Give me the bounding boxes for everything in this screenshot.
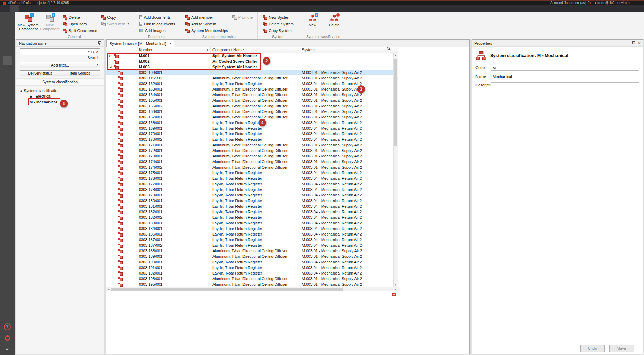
- products-module-icon[interactable]: [3, 43, 12, 52]
- Lay-In, T-bar Return Register[interactable]: 0303.178/001 Lay-In, T-bar Return Regist…: [106, 187, 393, 192]
- Aluminum, T-bar, Directional Ceiling Diffuser[interactable]: 0303.171/001 Aluminum, T-bar, Directiona…: [106, 142, 393, 148]
- delete-button[interactable]: Delete: [63, 15, 97, 20]
- Lay-In, T-bar Return Register[interactable]: 0303.162/001 Lay-In, T-bar Return Regist…: [106, 81, 393, 86]
- link-to-documents-button[interactable]: Link to documents: [139, 21, 175, 26]
- Lay-In, T-bar Return Register[interactable]: 0303.183/001 Lay-In, T-bar Return Regist…: [106, 220, 393, 226]
- Lay-In, T-bar Return Register[interactable]: 0303.186/001 Lay-In, T-bar Return Regist…: [106, 231, 393, 237]
- scroll-up-icon[interactable]: ▲: [394, 53, 398, 57]
- Aluminum, T-bar, Directional Ceiling Diffuser[interactable]: 0303.174/001 Aluminum, T-bar, Directiona…: [106, 159, 393, 164]
- Aluminum, T-bar, Directional Ceiling Diffuser[interactable]: 0303.165/001 Aluminum, T-bar, Directiona…: [106, 98, 393, 103]
- Lay-In, T-bar Return Register[interactable]: 0303.175/001 Lay-In, T-bar Return Regist…: [106, 170, 393, 176]
- close-icon[interactable]: ×: [638, 41, 641, 45]
- tree-node-e-electrical[interactable]: E - Electrical: [20, 93, 104, 99]
- search-icon[interactable]: [91, 51, 94, 53]
- save-button[interactable]: Save: [609, 345, 634, 352]
- code-field[interactable]: [491, 65, 639, 71]
- item-groups-tab[interactable]: Item Groups: [60, 70, 100, 76]
- pin-icon[interactable]: [98, 41, 101, 45]
- delete-classification-button[interactable]: − Delete: [323, 13, 345, 34]
- items-module-icon[interactable]: [3, 29, 12, 38]
- Aluminum, T-bar, Directional Ceiling Diffuser[interactable]: 0303.174/002 Aluminum, T-bar, Directiona…: [106, 164, 393, 170]
- expand-expanded-icon[interactable]: ◢: [20, 89, 22, 92]
- Lay-In, T-bar Return Register[interactable]: 0303.170/002 Lay-In, T-bar Return Regist…: [106, 137, 393, 142]
- column-header-number[interactable]: Number: [139, 47, 152, 53]
- Lay-In, T-bar Return Register[interactable]: 0303.187/002 Lay-In, T-bar Return Regist…: [106, 242, 393, 248]
- scroll-down-icon[interactable]: ▼: [394, 283, 398, 287]
- column-header-system[interactable]: System: [302, 47, 315, 53]
- pin-icon[interactable]: [632, 41, 635, 45]
- swap-item-button[interactable]: Swap item▾: [101, 21, 129, 26]
- Lay-In, T-bar Return Register[interactable]: 0303.179/001 Lay-In, T-bar Return Regist…: [106, 192, 393, 198]
- column-search-icon[interactable]: [387, 47, 390, 50]
- new-classification-button[interactable]: + New: [302, 13, 323, 34]
- description-field[interactable]: [491, 82, 639, 117]
- add-filter-button[interactable]: Add filter... ▾: [20, 62, 100, 68]
- Aluminum, T-bar, Directional Ceiling Diffuser[interactable]: 0303.165/002 Aluminum, T-bar, Directiona…: [106, 103, 393, 109]
- column-header-component-name[interactable]: Component Name: [212, 47, 244, 53]
- reports-module-icon[interactable]: [3, 97, 12, 106]
- new-component-button[interactable]: + New Component: [39, 13, 61, 34]
- horizontal-scrollbar-thumb[interactable]: [111, 288, 343, 291]
- menu-tab-bim[interactable]: [36, 5, 44, 12]
- split-occurrence-button[interactable]: Split Occurrence: [63, 28, 97, 33]
- minimize-icon[interactable]: —: [637, 1, 641, 5]
- buildings-module-icon[interactable]: [3, 84, 12, 93]
- Lay-In, T-bar Return Register[interactable]: 0303.168/001 Lay-In, T-bar Return Regist…: [106, 120, 393, 125]
- Lay-In, T-bar Return Register[interactable]: 0303.184/001 Lay-In, T-bar Return Regist…: [106, 226, 393, 231]
- search-input[interactable]: [22, 50, 86, 54]
- delivery-status-tab[interactable]: Delivery status: [20, 70, 60, 76]
- new-system-component-button[interactable]: + New System Component: [17, 13, 39, 34]
- specifications-module-icon[interactable]: [3, 111, 12, 120]
- menu-tab-import-export[interactable]: [27, 5, 36, 12]
- vertical-scrollbar-thumb[interactable]: [394, 59, 397, 146]
- menu-tab-log[interactable]: [44, 5, 52, 12]
- Lay-In, T-bar Return Register[interactable]: 0303.187/001 Lay-In, T-bar Return Regist…: [106, 237, 393, 242]
- Aluminum, T-bar, Directional Ceiling Diffuser[interactable]: 0303.166/001 Aluminum, T-bar, Directiona…: [106, 109, 393, 114]
- horizontal-scrollbar[interactable]: ◂ ▸: [106, 287, 398, 291]
- Aluminum, T-bar, Directional Ceiling Diffuser[interactable]: 0303.188/001 Aluminum, T-bar, Directiona…: [106, 248, 393, 254]
- Lay-In, T-bar Return Register[interactable]: 0303.169/001 Lay-In, T-bar Return Regist…: [106, 125, 393, 131]
- print-status-icon[interactable]: [392, 293, 396, 296]
- Aluminum, T-bar, Directional Ceiling Diffuser[interactable]: 0303.173/001 Aluminum, T-bar, Directiona…: [106, 153, 393, 159]
- add-to-system-button[interactable]: Add to System: [185, 21, 228, 26]
- copy-button[interactable]: Copy: [101, 15, 129, 20]
- Aluminum, T-bar, Directional Ceiling Diffuser[interactable]: 0303.163/001 Aluminum, T-bar, Directiona…: [106, 86, 393, 92]
- Lay-In, T-bar Return Register[interactable]: 0303.181/001 Lay-In, T-bar Return Regist…: [106, 203, 393, 209]
- Aluminum, T-bar, Directional Ceiling Diffuser[interactable]: 0303.115/001 Aluminum, T-bar, Directiona…: [106, 75, 393, 81]
- Split System Air Handler[interactable]: ▷ M.001 Split System Air Handler: [106, 53, 393, 59]
- new-system-button[interactable]: New System: [263, 15, 294, 20]
- delete-system-button[interactable]: Delete System: [263, 21, 294, 26]
- open-item-button[interactable]: Open Item: [63, 21, 97, 26]
- systems-module-icon[interactable]: [3, 56, 12, 65]
- add-images-button[interactable]: Add Images: [139, 28, 175, 33]
- system-browser-tab[interactable]: System browser [M - Mechanical] ×: [106, 40, 174, 47]
- Aluminum, T-bar, Directional Ceiling Diffuser[interactable]: 0303.172/001 Aluminum, T-bar, Directiona…: [106, 148, 393, 153]
- tree-expander-icon[interactable]: ◢: [109, 64, 111, 70]
- menu-tab-system[interactable]: [10, 5, 19, 12]
- Aluminum, T-bar, Directional Ceiling Diffuser[interactable]: 0303.193/001 Aluminum, T-bar, Directiona…: [106, 276, 393, 281]
- add-member-button[interactable]: Add member: [185, 15, 228, 20]
- rooms-module-icon[interactable]: [3, 16, 12, 25]
- Lay-In, T-bar Return Register[interactable]: 0303.182/001 Lay-In, T-bar Return Regist…: [106, 209, 393, 215]
- Aluminum, T-bar, Directional Ceiling Diffuser[interactable]: 0303.195/001 Aluminum, T-bar, Directiona…: [106, 281, 393, 287]
- Lay-In, T-bar Return Register[interactable]: 0303.191/001 Lay-In, T-bar Return Regist…: [106, 265, 393, 270]
- Lay-In, T-bar Return Register[interactable]: 0303.180/001 Lay-In, T-bar Return Regist…: [106, 198, 393, 203]
- classification-module-icon[interactable]: [3, 124, 12, 133]
- tree-node-m-mechanical[interactable]: M - Mechanical: [20, 99, 104, 105]
- Lay-In, T-bar Return Register[interactable]: 0303.182/002 Lay-In, T-bar Return Regist…: [106, 215, 393, 220]
- tree-node-system-classification[interactable]: ◢ System classification: [20, 88, 104, 93]
- name-field[interactable]: [491, 74, 639, 79]
- Lay-In, T-bar Return Register[interactable]: 0303.177/001 Lay-In, T-bar Return Regist…: [106, 181, 393, 187]
- Split System Air Handler[interactable]: ◢ M.003 Split System Air Handler: [106, 64, 393, 70]
- chevron-down-icon[interactable]: ▾: [88, 50, 90, 53]
- table-row[interactable]: 0303.106/001 M.003:01 - Mechanical Suppl…: [106, 70, 393, 75]
- clear-search-icon[interactable]: ×: [96, 50, 98, 54]
- vertical-scrollbar[interactable]: ▲ ▼: [393, 53, 398, 287]
- Lay-In, T-bar Return Register[interactable]: 0303.190/001 Lay-In, T-bar Return Regist…: [106, 259, 393, 265]
- Aluminum, T-bar, Directional Ceiling Diffuser[interactable]: 0303.164/001 Aluminum, T-bar, Directiona…: [106, 92, 393, 98]
- Aluminum, T-bar, Directional Ceiling Diffuser[interactable]: 0303.167/001 Aluminum, T-bar, Directiona…: [106, 114, 393, 120]
- status-ring-icon[interactable]: [5, 335, 10, 341]
- Air Cooled Screw Chiller[interactable]: M.002 Air Cooled Screw Chiller: [106, 59, 393, 64]
- tree-expander-icon[interactable]: ▷: [109, 53, 111, 59]
- Aluminum, T-bar, Directional Ceiling Diffuser[interactable]: 0303.189/001 Aluminum, T-bar, Directiona…: [106, 254, 393, 259]
